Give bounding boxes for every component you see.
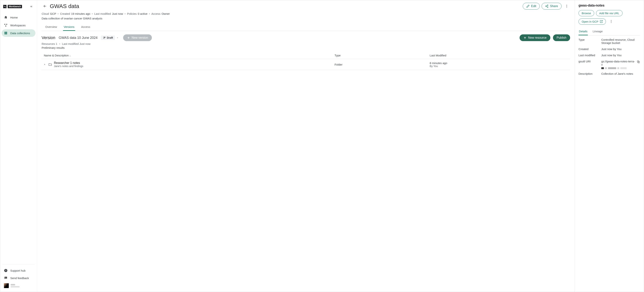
sidebar-item-send-feedback[interactable]: Send feedback — [2, 274, 36, 282]
chevron-double-left-icon — [30, 5, 33, 8]
dots-vertical-icon — [565, 4, 569, 8]
new-resource-button[interactable]: New resource — [520, 34, 550, 41]
detail-desc-label: Description — [578, 72, 599, 75]
panel-tab-details[interactable]: Details — [578, 28, 588, 35]
svg-point-8 — [546, 6, 546, 7]
detail-created-label: Created — [578, 47, 599, 51]
open-in-gcp-button[interactable]: Open in GCP — [578, 19, 606, 25]
panel-tab-lineage[interactable]: Lineage — [592, 28, 603, 35]
browse-button[interactable]: Browse — [578, 10, 594, 16]
meta-cloud-value: GCP — [50, 12, 56, 15]
version-dropdown-button[interactable] — [115, 37, 120, 39]
brand[interactable]: Workbench — [3, 5, 22, 8]
detail-created-value: Just now by You — [601, 47, 640, 51]
svg-point-12 — [566, 7, 567, 8]
content-tabs: Overview Versions Access — [42, 23, 570, 31]
resources-value: 1 — [56, 42, 57, 45]
detail-uri-redacted — [601, 67, 635, 69]
tab-overview[interactable]: Overview — [44, 23, 58, 31]
resources-table: Name & Description↓ Type Last Modified — [42, 52, 570, 70]
tab-versions[interactable]: Versions — [63, 23, 75, 31]
svg-point-0 — [4, 24, 6, 25]
overflow-menu-button[interactable] — [564, 3, 570, 10]
sidebar-item-workspaces[interactable]: Workspaces — [2, 22, 36, 29]
user-text-redacted — [11, 284, 20, 287]
new-version-button[interactable]: New version — [123, 34, 152, 41]
svg-point-2 — [6, 26, 6, 27]
sidebar-item-label: Support hub — [10, 269, 26, 272]
version-name: GWAS data 10 June 2024 — [58, 36, 98, 40]
draft-chip[interactable]: Draft — [101, 36, 115, 40]
version-modified-value: Just now — [80, 42, 90, 45]
detail-desc-value: Collection of Jane's notes — [601, 72, 640, 75]
details-panel: gwas-data-notes Browse Add file via URL … — [575, 0, 644, 292]
plus-icon — [523, 36, 527, 39]
sidebar-collapse-button[interactable] — [29, 4, 34, 9]
svg-point-15 — [611, 22, 612, 23]
plus-icon — [127, 36, 130, 39]
meta-access-value: Owner — [162, 12, 170, 15]
table-row[interactable]: Researcher 1 notes Jane's notes and find… — [42, 59, 570, 70]
row-description: Jane's notes and findings — [54, 65, 84, 68]
caret-down-icon — [116, 37, 119, 39]
copy-uri-button[interactable] — [637, 60, 640, 64]
svg-text:?: ? — [5, 269, 6, 272]
external-link-icon — [600, 20, 603, 23]
sidebar-item-support-hub[interactable]: ? Support hub — [2, 267, 36, 274]
version-description: Preliminary results — [37, 45, 574, 52]
column-modified[interactable]: Last Modified — [428, 52, 570, 59]
publish-label: Publish — [557, 36, 566, 39]
table-grid-icon — [4, 31, 8, 35]
version-heading: Version — [42, 35, 55, 40]
meta-created-label: Created — [60, 12, 70, 15]
avatar — [4, 283, 9, 288]
sort-down-icon: ↓ — [70, 54, 71, 57]
svg-point-13 — [611, 20, 612, 21]
detail-uri-value: gs://gwas-data-notes-terra-v — [601, 60, 635, 66]
detail-type-value: Controlled resource, Cloud Storage bucke… — [601, 38, 640, 45]
feedback-icon — [4, 276, 8, 280]
folder-icon — [48, 63, 52, 66]
header-metadata: CloudGCP • Created19 minutes ago • Last … — [42, 12, 570, 15]
help-icon: ? — [4, 269, 8, 272]
column-type[interactable]: Type — [332, 52, 428, 59]
svg-point-9 — [547, 7, 548, 8]
share-button[interactable]: Share — [542, 3, 562, 10]
column-name[interactable]: Name & Description↓ — [42, 52, 332, 59]
back-button[interactable] — [42, 3, 48, 10]
page-title: GWAS data — [50, 3, 79, 9]
version-modified-label: Last modified — [62, 42, 78, 45]
sidebar-item-home[interactable]: Home — [2, 14, 36, 21]
meta-access-label: Access — [152, 12, 160, 15]
user-row[interactable] — [2, 282, 36, 289]
tab-access[interactable]: Access — [80, 23, 91, 31]
brand-row: Workbench — [2, 3, 36, 12]
meta-policies-value: 0 active — [138, 12, 148, 15]
add-file-url-button[interactable]: Add file via URL — [596, 10, 622, 16]
row-modified-by: By You — [430, 65, 568, 68]
edit-button[interactable]: Edit — [523, 3, 540, 10]
meta-cloud-label: Cloud — [42, 12, 49, 15]
publish-button[interactable]: Publish — [553, 34, 570, 41]
sidebar-item-data-collections[interactable]: Data collections — [2, 29, 36, 37]
dots-vertical-icon — [609, 20, 613, 23]
caret-right-icon — [44, 64, 46, 65]
sidebar-item-label: Send feedback — [10, 276, 29, 280]
edit-label: Edit — [531, 5, 536, 8]
svg-point-10 — [566, 5, 567, 6]
version-metadata: Resources 1 • Last modified Just now — [37, 42, 574, 45]
expand-row-button[interactable] — [44, 64, 46, 65]
panel-overflow-button[interactable] — [608, 18, 614, 25]
detail-uri-label: gsutil URI — [578, 60, 599, 69]
panel-title: gwas-data-notes — [578, 4, 640, 8]
arrow-left-icon — [43, 4, 47, 8]
meta-modified-value: Just now — [112, 12, 123, 15]
pencil-icon — [526, 5, 530, 8]
svg-rect-6 — [6, 278, 6, 278]
detail-modified-value: Just now by You — [601, 54, 640, 57]
new-resource-label: New resource — [528, 36, 546, 39]
new-version-label: New version — [132, 36, 148, 39]
meta-policies-label: Policies — [127, 12, 137, 15]
panel-tabs: Details Lineage — [578, 28, 640, 36]
home-icon — [4, 16, 8, 19]
